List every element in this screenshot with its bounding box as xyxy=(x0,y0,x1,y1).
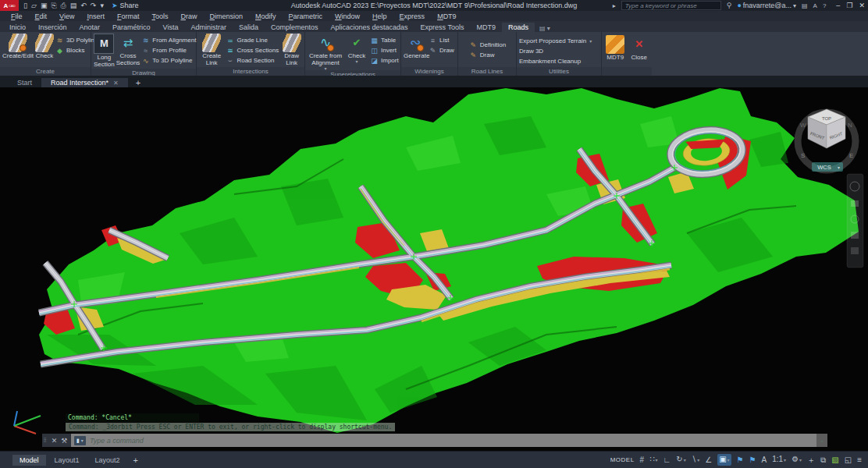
ortho-icon[interactable]: ∟ xyxy=(663,455,671,466)
road-section-button[interactable]: Road Section xyxy=(226,55,279,66)
superelevations-check-button[interactable]: Check xyxy=(345,34,368,63)
menu-item[interactable]: View xyxy=(53,12,80,20)
menu-item[interactable]: Parametric xyxy=(283,12,329,20)
menu-item[interactable]: Express xyxy=(393,12,432,20)
command-grip-handle[interactable]: ⣿ xyxy=(42,434,48,447)
to-3d-polyline-button[interactable]: To 3D Polyline xyxy=(141,55,196,66)
navigation-bar[interactable] xyxy=(847,174,863,268)
customization-icon[interactable]: ≡ xyxy=(857,455,862,466)
plot-icon[interactable]: ⎙ xyxy=(61,2,66,10)
search-icon[interactable]: ⚲ xyxy=(727,2,732,9)
autodesk-a-icon[interactable]: A xyxy=(813,2,817,9)
ribbon-tab[interactable]: Roads xyxy=(502,23,535,32)
redo-icon[interactable]: ↷ xyxy=(91,2,97,9)
close-button[interactable]: ✕ xyxy=(859,2,865,9)
workspace-gear-icon[interactable]: ⚙ xyxy=(792,454,802,466)
from-alignment-button[interactable]: From Alignment xyxy=(141,35,196,45)
ribbon-tab[interactable]: Express Tools xyxy=(414,23,471,32)
from-profile-button[interactable]: From Profile xyxy=(141,45,196,55)
app-store-icon[interactable]: ▤ xyxy=(802,2,808,9)
mdt9-button[interactable]: MDT9 xyxy=(604,35,627,62)
ribbon-tab[interactable]: Aplicaciones destacadas xyxy=(325,23,414,32)
panel-label-utilities[interactable]: Utilities xyxy=(517,67,601,76)
recent-commands-icon[interactable]: ▮ xyxy=(74,436,86,445)
save-icon[interactable]: ▣ xyxy=(41,2,48,9)
intersections-cross-sections-button[interactable]: Cross Sections xyxy=(226,45,279,55)
compass-west[interactable]: W xyxy=(800,122,806,129)
compass-east[interactable]: E xyxy=(849,152,853,159)
panel-label-create[interactable]: Create xyxy=(0,67,91,76)
viewcube[interactable]: S E N W TOP FRONT RIGHT WCS ▾ xyxy=(798,109,856,172)
file-tab-active[interactable]: Road Intersection* ✕ xyxy=(41,78,128,87)
drawing-canvas[interactable]: S E N W TOP FRONT RIGHT WCS ▾ xyxy=(0,87,868,451)
menu-item[interactable]: MDT9 xyxy=(431,12,463,20)
layout-tab[interactable]: Layout1 xyxy=(48,455,87,466)
annotation-scale-value[interactable]: 1:1 xyxy=(772,454,786,466)
layout-tab[interactable]: Model xyxy=(12,455,46,466)
minimize-button[interactable]: – xyxy=(836,2,840,9)
definition-button[interactable]: Definition xyxy=(469,40,506,50)
tab-close-icon[interactable]: ✕ xyxy=(113,80,119,87)
menu-item[interactable]: Tools xyxy=(145,12,174,20)
autoscale-icon[interactable]: ⚑ xyxy=(749,455,756,466)
grade-line-button[interactable]: Grade Line xyxy=(226,35,279,45)
help-icon[interactable]: ? xyxy=(823,2,826,9)
file-tab-start[interactable]: Start xyxy=(8,78,41,87)
grid-icon[interactable]: # xyxy=(640,455,645,466)
command-close-icon[interactable]: ✕ xyxy=(52,437,58,445)
close-roads-button[interactable]: Close xyxy=(628,35,651,62)
long-section-button[interactable]: Long Section xyxy=(94,34,115,69)
draw-3d-button[interactable]: Draw 3D xyxy=(519,46,592,56)
clean-screen-icon[interactable]: ◱ xyxy=(845,455,852,466)
draw-link-button[interactable]: Draw Link xyxy=(280,34,303,67)
menu-item[interactable]: File xyxy=(5,12,29,20)
table-button[interactable]: Table xyxy=(370,35,399,45)
wcs-menu[interactable]: WCS ▾ xyxy=(812,162,843,172)
new-layout-button[interactable]: + xyxy=(127,456,144,465)
ribbon-tab[interactable]: Administrar xyxy=(184,23,233,32)
compass-north[interactable]: N xyxy=(848,122,852,129)
layout-tab[interactable]: Layout2 xyxy=(88,455,127,466)
ribbon-tab[interactable]: MDT9 xyxy=(470,23,502,32)
saveas-icon[interactable]: ⎘ xyxy=(51,2,56,10)
command-tools-icon[interactable]: ⚒ xyxy=(61,437,67,445)
widenings-list-button[interactable]: List xyxy=(429,35,454,45)
embankment-cleanup-button[interactable]: Embankment Cleanup xyxy=(519,56,592,66)
generate-button[interactable]: Generate xyxy=(404,34,427,60)
qat-dropdown-icon[interactable]: ▾ xyxy=(100,2,104,9)
menu-item[interactable]: Modify xyxy=(249,12,283,20)
ribbon-tab[interactable]: Inserción xyxy=(32,23,73,32)
create-from-alignment-button[interactable]: Create from Alignment xyxy=(308,34,343,70)
menu-item[interactable]: Insert xyxy=(80,12,111,20)
status-plus-icon[interactable]: ＋ xyxy=(807,455,815,466)
ribbon-tab[interactable]: Inicio xyxy=(3,23,32,32)
open-icon[interactable]: ▱ xyxy=(31,2,37,9)
import-button[interactable]: Import xyxy=(370,55,399,66)
search-caret-icon[interactable]: ▸ xyxy=(613,2,616,9)
sheetset-icon[interactable]: ▤ xyxy=(70,2,77,9)
panel-label-intersections[interactable]: Intersections xyxy=(197,67,304,76)
new-tab-button[interactable]: + xyxy=(128,78,148,87)
undo-icon[interactable]: ↶ xyxy=(80,2,87,9)
menu-item[interactable]: Dimension xyxy=(203,12,249,20)
panel-label-widenings[interactable]: Widenings xyxy=(401,67,457,76)
app-logo[interactable]: A CAD xyxy=(0,0,19,11)
annotation-visibility-icon[interactable]: ⚑ xyxy=(737,455,744,466)
menu-item[interactable]: Edit xyxy=(29,12,54,20)
share-button[interactable]: ➤ Share xyxy=(112,2,139,9)
menu-item[interactable]: Format xyxy=(111,12,146,20)
invert-button[interactable]: Invert xyxy=(370,45,399,55)
create-link-button[interactable]: Create Link xyxy=(199,34,224,67)
ribbon-tab[interactable]: Paramétrico xyxy=(106,23,157,32)
panel-label-road-lines[interactable]: Road Lines xyxy=(458,67,516,76)
cross-sections-button[interactable]: Cross Sections xyxy=(116,34,141,67)
menu-item[interactable]: Draw xyxy=(174,12,203,20)
search-input[interactable]: Type a keyword or phrase xyxy=(621,1,721,10)
export-proposed-terrain-button[interactable]: Export Proposed Terrain xyxy=(519,36,592,46)
check-button[interactable]: Check xyxy=(35,34,54,60)
ribbon-overflow-icon[interactable]: ▤ ▾ xyxy=(539,25,550,32)
menu-item[interactable]: Window xyxy=(329,12,366,20)
isodraft-icon[interactable]: ∖ xyxy=(692,454,699,466)
model-space-button[interactable]: MODEL xyxy=(610,456,635,463)
compass-south[interactable]: S xyxy=(801,152,805,159)
